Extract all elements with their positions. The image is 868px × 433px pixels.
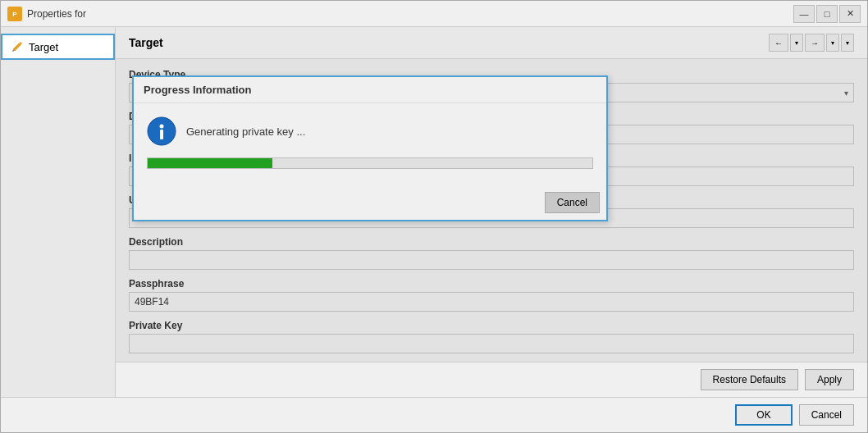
progress-message: Generating private key ... <box>186 125 305 138</box>
progress-dialog-title: Progress Information <box>134 77 606 103</box>
ok-button[interactable]: OK <box>735 404 792 426</box>
svg-rect-4 <box>160 130 163 139</box>
cancel-button[interactable]: Cancel <box>799 404 854 426</box>
svg-point-3 <box>160 125 164 129</box>
close-button[interactable]: ✕ <box>839 5 861 23</box>
progress-dialog-body: Generating private key ... <box>134 103 606 189</box>
main-content: Target Target ← ▾ → ▾ ▾ Device Type <box>1 27 867 397</box>
nav-back-button[interactable]: ← <box>769 34 788 52</box>
svg-text:P: P <box>12 11 17 18</box>
sidebar-item-target-label: Target <box>29 41 58 53</box>
panel-body: Device Type LG Smart TV ▾ Device Name I <box>116 59 867 362</box>
progress-dialog: Progress Information <box>132 75 608 221</box>
progress-bar-container <box>147 157 593 169</box>
nav-forward-dropdown[interactable]: ▾ <box>826 34 839 52</box>
sidebar: Target <box>1 27 116 397</box>
progress-dialog-footer: Cancel <box>134 189 606 220</box>
sidebar-item-target[interactable]: Target <box>1 34 115 60</box>
panel-header: Target ← ▾ → ▾ ▾ <box>116 27 867 59</box>
progress-overlay: Progress Information <box>116 59 867 362</box>
window-footer: OK Cancel <box>1 397 867 432</box>
info-icon <box>147 116 176 146</box>
apply-button[interactable]: Apply <box>805 369 854 390</box>
progress-bar-fill <box>148 158 272 168</box>
panel-title: Target <box>129 36 163 49</box>
pencil-icon <box>11 40 24 53</box>
right-panel: Target ← ▾ → ▾ ▾ Device Type LG Smart TV… <box>116 27 867 397</box>
window-title: Properties for <box>27 8 793 20</box>
app-icon: P <box>7 7 22 21</box>
nav-back-dropdown[interactable]: ▾ <box>790 34 803 52</box>
restore-defaults-button[interactable]: Restore Defaults <box>701 369 798 390</box>
window-controls: — □ ✕ <box>793 5 861 23</box>
nav-forward-button[interactable]: → <box>805 34 825 52</box>
title-bar: P Properties for — □ ✕ <box>1 1 867 27</box>
panel-nav: ← ▾ → ▾ ▾ <box>769 34 854 52</box>
nav-panel-dropdown[interactable]: ▾ <box>841 34 854 52</box>
main-window: P Properties for — □ ✕ Target <box>0 0 868 433</box>
progress-dialog-row: Generating private key ... <box>147 116 593 146</box>
maximize-button[interactable]: □ <box>816 5 838 23</box>
minimize-button[interactable]: — <box>793 5 815 23</box>
panel-footer: Restore Defaults Apply <box>116 362 867 397</box>
progress-cancel-button[interactable]: Cancel <box>545 192 600 213</box>
